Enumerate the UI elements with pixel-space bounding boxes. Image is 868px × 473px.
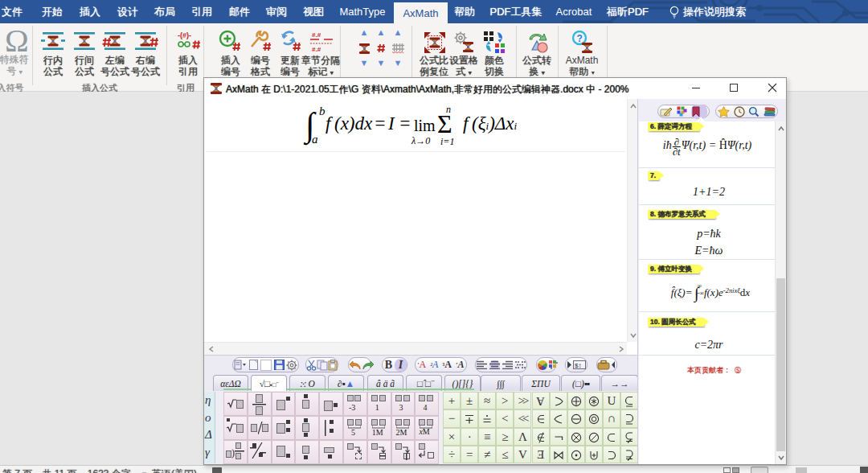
svg-text:#.#: #.#	[312, 46, 321, 53]
svg-text:?: ?	[577, 33, 583, 44]
svg-text:-(#)-: -(#)-	[178, 31, 191, 39]
svg-text:#.#: #.#	[312, 31, 321, 39]
svg-text:$↕: $↕	[575, 362, 581, 369]
